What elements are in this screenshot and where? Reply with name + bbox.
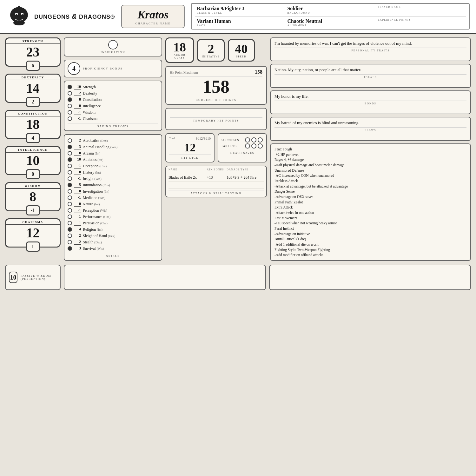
dexterity-block: DEXTERITY 14 2 [5, 74, 61, 103]
skill-animal-handling-name: Animal Handling (Wis) [83, 145, 117, 149]
charisma-score: 12 [6, 225, 60, 241]
skill-animal-handling-circle [68, 145, 72, 149]
character-info-grid: Barbarian 9/Fighter 3 CLASS & LEVEL Sold… [191, 3, 470, 30]
skill-perception-name: Perception (Wis) [83, 208, 107, 213]
initiative-value: 2 [202, 43, 220, 55]
skill-medicine-circle [68, 195, 72, 200]
saving-throw-charisma-value: -1 [74, 116, 81, 121]
skill-acrobatics-circle [68, 138, 72, 143]
skill-acrobatics-name: Acrobatics (Dex) [83, 138, 108, 143]
attack-3-atk [207, 186, 225, 188]
skill-arcana-value: 0 [74, 151, 81, 156]
saving-throw-strength-value: 10 [74, 84, 81, 89]
alignment-value: Chaotic Neutral [287, 18, 373, 24]
skill-animal-handling: 3 Animal Handling (Wis) [68, 144, 158, 150]
character-name: Kratos [131, 8, 175, 21]
skill-sleight-of-hand-name: Sleight of Hand (Dex) [83, 234, 115, 238]
skill-deception-name: Deception (Cha) [83, 164, 107, 169]
wisdom-score: 8 [6, 189, 60, 205]
attacks-box: NAME ATK BONUS DAMAGE/TYPE Blades of Exi… [165, 166, 267, 197]
skill-sleight-of-hand-value: 2 [74, 233, 81, 238]
bonds-text: My honor is my life. [274, 94, 466, 99]
constitution-block: CONSTITUTION 18 4 [5, 110, 61, 139]
success-circle-2 [251, 137, 256, 142]
skill-animal-handling-value: 3 [74, 144, 81, 149]
svg-point-8 [13, 20, 25, 25]
speed-value: 40 [233, 43, 250, 55]
character-name-banner: Kratos CHARACTER NAME [121, 5, 185, 28]
hp-max-value: 158 [255, 69, 262, 75]
equipment-box [269, 265, 471, 290]
skill-deception-value: -1 [74, 163, 81, 169]
inspiration-circle [108, 40, 118, 50]
intelligence-score: 10 [6, 153, 60, 169]
skill-intimidation-name: Intimidation (Cha) [83, 183, 110, 188]
skill-persuasion: 1 Persuasion (Cha) [68, 220, 158, 226]
skill-performance: 1 Performance (Cha) [68, 214, 158, 220]
skill-athletics-name: Athletics (Str) [83, 157, 103, 162]
charisma-block: CHARISMA 12 1 [5, 218, 61, 248]
attack-2-damage [227, 183, 264, 184]
skill-persuasion-circle [68, 221, 72, 225]
skill-nature-name: Nature (Int) [83, 202, 100, 207]
failure-circle-3 [258, 143, 263, 149]
attack-2-atk [207, 183, 225, 184]
attack-row-2 [169, 182, 264, 185]
proficiency-value: 4 [68, 62, 80, 75]
temp-hp-label: TEMPORARY HIT POINTS [170, 117, 262, 122]
background-label: BACKGROUND [287, 11, 373, 14]
skill-survival-name: Survival (Wis) [83, 246, 104, 251]
temp-hp-box: TEMPORARY HIT POINTS [165, 108, 267, 130]
skill-stealth-name: Stealth (Dex) [83, 240, 102, 245]
skill-insight-name: Insight (Wis) [83, 176, 102, 181]
strength-modifier: 6 [26, 61, 40, 71]
race-value: Variant Human [197, 18, 283, 24]
header: DUNGEONS & DRAGONS® Kratos CHARACTER NAM… [0, 0, 476, 34]
skill-perception-circle [68, 208, 72, 213]
skill-medicine-value: -1 [74, 195, 81, 200]
hit-dice-label: HIT DICE [169, 155, 211, 159]
combat-stats-row: 18 ARMORCLASS 2 INITIATIVE 40 SPEED [165, 37, 267, 63]
skill-sleight-of-hand: 2 Sleight of Hand (Dex) [68, 233, 158, 239]
saving-throw-intelligence-value: 0 [74, 103, 81, 109]
hit-dice-top: Total 9d12/3d10 [169, 136, 211, 141]
failures-row: FAILURES [221, 143, 263, 149]
saving-throws-panel: 10 Strength 2 Dexterity 8 Constitution 0… [64, 81, 162, 131]
skill-investigation: 0 Investigation (Int) [68, 188, 158, 195]
background-cell: Soldier BACKGROUND [285, 5, 375, 15]
intelligence-modifier: 0 [26, 169, 40, 179]
flaws-label: FLAWS [274, 127, 466, 132]
skill-investigation-value: 0 [74, 189, 81, 194]
passive-wisdom-value: 10 [9, 272, 17, 283]
saving-throw-dexterity-circle [68, 91, 72, 96]
class-level-value: Barbarian 9/Fighter 3 [197, 6, 283, 11]
hit-dice-saves-row: Total 9d12/3d10 12 HIT DICE SUCCESSES FA… [165, 133, 267, 162]
ability-scores-column: STRENGTH 23 6 DEXTERITY 14 2 CONSTITUTIO… [5, 37, 61, 261]
saving-throw-constitution-name: Constitution [83, 97, 102, 102]
bonds-label: BONDS [274, 101, 466, 105]
background-value: Soldier [287, 6, 373, 11]
hp-max-row: Hit Point Maximum 158 [170, 69, 262, 76]
failure-circle-2 [251, 143, 256, 149]
saving-throw-wisdom-circle [68, 110, 72, 115]
saving-throw-strength-circle [68, 85, 72, 89]
hp-max-label: Hit Point Maximum [170, 70, 198, 74]
traits-column: I'm haunted by memories of war. I can't … [270, 37, 471, 261]
attacks-header: NAME ATK BONUS DAMAGE/TYPE [169, 168, 264, 172]
race-label: RACE [197, 24, 283, 27]
passive-wisdom-label: PASSIVE WISDOM (PERCEPTION) [21, 274, 57, 281]
alignment-cell: Chaotic Neutral ALIGNMENT [285, 18, 375, 28]
class-level-label: CLASS & LEVEL [197, 11, 283, 14]
attacks-damage-col-label: DAMAGE/TYPE [227, 168, 264, 171]
armor-class-label: ARMORCLASS [170, 54, 189, 59]
skill-religion-circle [68, 227, 72, 232]
personality-traits-box: I'm haunted by memories of war. I can't … [270, 37, 471, 61]
skill-acrobatics-value: 2 [74, 138, 81, 143]
dexterity-modifier: 2 [26, 97, 40, 107]
strength-block: STRENGTH 23 6 [5, 37, 61, 67]
skill-survival-value: 3 [74, 246, 81, 251]
skill-medicine: -1 Medicine (Wis) [68, 195, 158, 201]
skill-insight-circle [68, 176, 72, 181]
skill-investigation-name: Investigation (Int) [83, 189, 109, 194]
flaws-box: My hatred of my enemies is blind and unr… [270, 117, 471, 141]
